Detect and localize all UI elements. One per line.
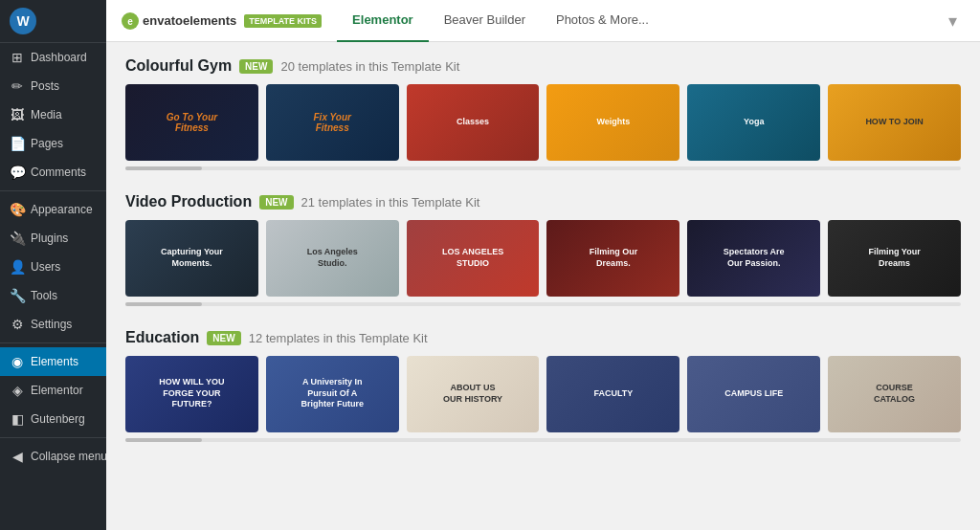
collapse-icon: ◀ bbox=[10, 449, 25, 464]
kit-title-video: Video Production bbox=[125, 193, 252, 210]
envato-logo-text: envatoelements bbox=[143, 13, 236, 28]
sidebar-item-collapse[interactable]: ◀ Collapse menu bbox=[0, 442, 106, 471]
thumb-text-vid6: Filming Your Dreams bbox=[861, 247, 927, 269]
kit-thumb-vid2[interactable]: Los Angeles Studio. bbox=[266, 220, 399, 297]
sidebar-item-label: Comments bbox=[31, 166, 86, 179]
sidebar-item-pages[interactable]: 📄 Pages bbox=[0, 129, 106, 158]
wp-logo: W bbox=[10, 8, 36, 34]
kits-container: Colourful GymNEW20 templates in this Tem… bbox=[125, 57, 961, 442]
thumb-text-gym2: Fix Your Fitness bbox=[300, 112, 366, 133]
sidebar-item-media[interactable]: 🖼 Media bbox=[0, 100, 106, 129]
new-badge-gym: NEW bbox=[239, 59, 273, 74]
tools-icon: 🔧 bbox=[10, 288, 25, 303]
sidebar-item-label: Elements bbox=[31, 355, 78, 368]
kit-thumb-vid3[interactable]: LOS ANGELES STUDIO bbox=[407, 220, 540, 297]
appearance-icon: 🎨 bbox=[10, 202, 25, 217]
kit-thumb-vid5[interactable]: Spectators Are Our Passion. bbox=[687, 220, 820, 297]
sidebar-item-dashboard[interactable]: ⊞ Dashboard bbox=[0, 43, 106, 72]
tab-photos-more[interactable]: Photos & More... bbox=[541, 0, 664, 42]
thumb-text-vid4: Filming Our Dreams. bbox=[580, 247, 646, 269]
thumb-text-edu4: FACULTY bbox=[593, 388, 633, 400]
sidebar-item-gutenberg[interactable]: ◧ Gutenberg bbox=[0, 405, 106, 433]
new-badge-video: NEW bbox=[259, 195, 293, 210]
content-area: Colourful GymNEW20 templates in this Tem… bbox=[106, 42, 980, 530]
thumb-text-edu6: COURSE CATALOG bbox=[861, 383, 927, 405]
thumb-text-edu3: ABOUT US OUR HISTORY bbox=[439, 383, 505, 405]
elementor-icon: ◈ bbox=[10, 383, 25, 398]
posts-icon: ✏ bbox=[10, 78, 25, 94]
thumb-text-gym4: Weights bbox=[596, 117, 630, 128]
thumb-text-vid3: LOS ANGELES STUDIO bbox=[439, 247, 505, 269]
kit-count-gym: 20 templates in this Template Kit bbox=[280, 59, 459, 74]
dashboard-icon: ⊞ bbox=[10, 50, 25, 65]
kit-section-education: EducationNEW12 templates in this Templat… bbox=[125, 329, 961, 442]
tab-beaver-builder-label: Beaver Builder bbox=[444, 12, 525, 27]
sidebar-item-plugins[interactable]: 🔌 Plugins bbox=[0, 224, 106, 253]
sidebar-item-label: Appearance bbox=[31, 203, 93, 216]
gutenberg-icon: ◧ bbox=[10, 411, 25, 427]
kit-thumb-gym6[interactable]: HOW TO JOIN bbox=[828, 84, 961, 161]
sidebar-item-users[interactable]: 👤 Users bbox=[0, 253, 106, 281]
kit-section-gym: Colourful GymNEW20 templates in this Tem… bbox=[125, 57, 961, 170]
thumb-text-edu5: CAMPUS LIFE bbox=[724, 388, 783, 400]
thumb-text-gym3: Classes bbox=[457, 117, 489, 128]
kit-thumb-vid4[interactable]: Filming Our Dreams. bbox=[546, 220, 679, 297]
kit-thumb-gym2[interactable]: Fix Your Fitness bbox=[266, 84, 399, 161]
tabs-bar: e envatoelements TEMPLATE KITS Elementor… bbox=[106, 0, 980, 42]
kit-thumb-edu4[interactable]: FACULTY bbox=[546, 356, 679, 432]
tab-beaver-builder[interactable]: Beaver Builder bbox=[429, 0, 541, 42]
tab-elementor-label: Elementor bbox=[352, 12, 413, 27]
sidebar-item-label: Settings bbox=[31, 318, 72, 331]
kit-count-video: 21 templates in this Template Kit bbox=[301, 195, 480, 210]
sidebar-logo: W bbox=[0, 0, 106, 43]
kit-section-video: Video ProductionNEW21 templates in this … bbox=[125, 193, 961, 306]
settings-icon: ⚙ bbox=[10, 317, 25, 332]
main-panel: e envatoelements TEMPLATE KITS Elementor… bbox=[106, 0, 980, 530]
envato-logo: e envatoelements TEMPLATE KITS bbox=[122, 12, 322, 30]
sidebar-item-label: Media bbox=[31, 108, 62, 121]
kit-title-education: Education bbox=[125, 329, 199, 346]
sidebar-item-tools[interactable]: 🔧 Tools bbox=[0, 281, 106, 310]
sidebar-item-appearance[interactable]: 🎨 Appearance bbox=[0, 195, 106, 224]
sidebar: W ⊞ Dashboard ✏ Posts 🖼 Media 📄 Pages 💬 … bbox=[0, 0, 106, 530]
kit-thumb-vid6[interactable]: Filming Your Dreams bbox=[828, 220, 961, 297]
sidebar-item-label: Elementor bbox=[31, 384, 83, 397]
kit-thumb-edu1[interactable]: HOW WILL YOU FORGE YOUR FUTURE? bbox=[125, 356, 258, 432]
svg-text:e: e bbox=[127, 16, 133, 27]
sidebar-item-elementor[interactable]: ◈ Elementor bbox=[0, 376, 106, 405]
sidebar-item-label: Dashboard bbox=[31, 51, 87, 64]
kit-thumb-edu5[interactable]: CAMPUS LIFE bbox=[687, 356, 820, 432]
sidebar-item-label: Gutenberg bbox=[31, 412, 85, 426]
tab-elementor[interactable]: Elementor bbox=[337, 0, 429, 42]
plugins-icon: 🔌 bbox=[10, 231, 25, 246]
sidebar-item-label: Posts bbox=[31, 79, 59, 93]
kit-count-education: 12 templates in this Template Kit bbox=[249, 331, 428, 345]
sidebar-item-label: Pages bbox=[31, 137, 63, 150]
kit-title-gym: Colourful Gym bbox=[125, 57, 232, 75]
kit-thumb-gym5[interactable]: Yoga bbox=[687, 84, 820, 161]
kit-thumb-edu2[interactable]: A University In Pursuit Of A Brighter Fu… bbox=[266, 356, 399, 432]
kit-thumb-vid1[interactable]: Capturing Your Moments. bbox=[125, 220, 258, 297]
thumb-text-gym6: HOW TO JOIN bbox=[865, 117, 923, 128]
sidebar-item-settings[interactable]: ⚙ Settings bbox=[0, 310, 106, 339]
thumb-text-vid2: Los Angeles Studio. bbox=[300, 247, 366, 269]
kit-thumb-gym3[interactable]: Classes bbox=[407, 84, 540, 161]
thumb-text-gym1: Go To Your Fitness bbox=[159, 112, 225, 133]
users-icon: 👤 bbox=[10, 259, 25, 275]
new-badge-education: NEW bbox=[207, 331, 240, 345]
sidebar-item-comments[interactable]: 💬 Comments bbox=[0, 158, 106, 187]
kit-thumb-edu3[interactable]: ABOUT US OUR HISTORY bbox=[407, 356, 540, 432]
sidebar-item-label: Users bbox=[31, 260, 60, 274]
kit-thumb-gym4[interactable]: Weights bbox=[546, 84, 679, 161]
sidebar-item-elements[interactable]: ◉ Elements bbox=[0, 347, 106, 376]
kit-thumb-gym1[interactable]: Go To Your Fitness bbox=[125, 84, 258, 161]
sidebar-item-label: Plugins bbox=[31, 232, 68, 245]
envato-template-kits-badge: TEMPLATE KITS bbox=[244, 14, 322, 28]
elements-icon: ◉ bbox=[10, 354, 25, 369]
sidebar-item-posts[interactable]: ✏ Posts bbox=[0, 72, 106, 100]
tab-photos-more-label: Photos & More... bbox=[556, 12, 649, 27]
pages-icon: 📄 bbox=[10, 136, 25, 151]
tab-more-dropdown[interactable]: ▾ bbox=[941, 11, 965, 32]
sidebar-item-label: Tools bbox=[31, 289, 57, 302]
kit-thumb-edu6[interactable]: COURSE CATALOG bbox=[828, 356, 961, 432]
